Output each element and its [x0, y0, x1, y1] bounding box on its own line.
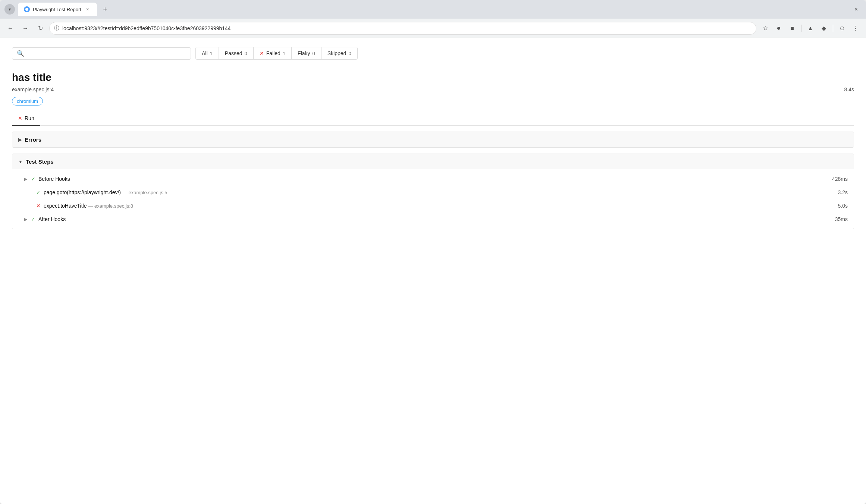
search-input[interactable]: [27, 50, 186, 56]
refresh-button[interactable]: ↻: [34, 22, 46, 34]
back-button[interactable]: ←: [4, 22, 16, 34]
extension2-button[interactable]: ▲: [804, 22, 816, 34]
filter-all-count: 1: [210, 51, 213, 56]
test-file-path: example.spec.js:4: [12, 86, 54, 92]
step-after-hooks-chevron: ▶: [24, 217, 27, 222]
filter-skipped-label: Skipped: [327, 50, 346, 56]
window-close-button[interactable]: ×: [851, 4, 862, 15]
step-expect-title-label: expect.toHaveTitle — example.spec.js:8: [44, 203, 835, 209]
step-after-hooks-status-icon: ✓: [31, 216, 35, 222]
filter-bar: 🔍 All 1 Passed 0 ✕ Failed 1 Flak: [12, 47, 854, 60]
step-expect-title-status-icon: ✕: [36, 203, 41, 209]
step-goto-duration: 3.2s: [838, 189, 848, 195]
filter-passed-label: Passed: [225, 50, 242, 56]
toolbar-divider: [801, 25, 801, 32]
step-after-hooks[interactable]: ▶ ✓ After Hooks 35ms: [12, 212, 854, 226]
browser-tab[interactable]: Playwright Test Report ×: [18, 3, 97, 16]
browser-toolbar: ← → ↻ ⓘ ☆ ● ■ ▲ ◆ ☺ ⋮: [0, 19, 866, 38]
secure-icon: ⓘ: [54, 25, 59, 32]
errors-section-header[interactable]: ▶ Errors: [12, 132, 854, 147]
step-goto-label-text: page.goto(https://playwright.dev/): [44, 189, 121, 195]
step-goto[interactable]: ✓ page.goto(https://playwright.dev/) — e…: [12, 186, 854, 199]
step-expect-title-duration: 5.0s: [838, 203, 848, 209]
extension-puzzle-button[interactable]: ●: [773, 22, 785, 34]
menu-button[interactable]: ⋮: [850, 22, 862, 34]
filter-all-label: All: [202, 50, 208, 56]
search-box[interactable]: 🔍: [12, 47, 191, 60]
tab-title: Playwright Test Report: [33, 7, 81, 12]
filter-failed-icon: ✕: [260, 50, 264, 56]
steps-section-header[interactable]: ▼ Test Steps: [12, 154, 854, 169]
toolbar-divider2: [833, 25, 833, 32]
step-goto-location: — example.spec.js:5: [122, 190, 167, 195]
filter-skipped-count: 0: [348, 51, 351, 56]
svg-point-0: [25, 8, 28, 11]
filter-flaky-label: Flaky: [298, 50, 310, 56]
errors-chevron-icon: ▶: [18, 137, 22, 142]
tab-dropdown-button[interactable]: ▾: [4, 4, 15, 15]
step-before-hooks-chevron: ▶: [24, 177, 27, 182]
bookmark-button[interactable]: ☆: [759, 22, 771, 34]
step-expect-title[interactable]: ✕ expect.toHaveTitle — example.spec.js:8…: [12, 199, 854, 212]
step-before-hooks[interactable]: ▶ ✓ Before Hooks 428ms: [12, 172, 854, 186]
browser-toolbar-icons: ☆ ● ■ ▲ ◆ ☺ ⋮: [759, 22, 862, 34]
filter-all-button[interactable]: All 1: [196, 47, 219, 59]
forward-button[interactable]: →: [19, 22, 31, 34]
test-tabs: ✕ Run: [12, 111, 854, 126]
filter-skipped-button[interactable]: Skipped 0: [321, 47, 357, 59]
filter-flaky-button[interactable]: Flaky 0: [292, 47, 321, 59]
filter-passed-button[interactable]: Passed 0: [219, 47, 254, 59]
step-goto-label: page.goto(https://playwright.dev/) — exa…: [44, 189, 835, 195]
steps-chevron-icon: ▼: [18, 159, 23, 164]
filter-failed-count: 1: [283, 51, 285, 56]
tab-close-button[interactable]: ×: [84, 6, 91, 13]
new-tab-button[interactable]: +: [100, 4, 110, 15]
theme-button[interactable]: ◆: [818, 22, 830, 34]
filter-flaky-count: 0: [313, 51, 315, 56]
step-after-hooks-label: After Hooks: [38, 216, 832, 222]
filter-failed-button[interactable]: ✕ Failed 1: [254, 47, 292, 59]
filter-buttons: All 1 Passed 0 ✕ Failed 1 Flaky 0 Skip: [195, 47, 358, 60]
steps-section-label: Test Steps: [26, 158, 54, 165]
step-goto-status-icon: ✓: [36, 189, 41, 195]
tab-run-label: Run: [25, 115, 34, 121]
profile-button[interactable]: ☺: [836, 22, 848, 34]
test-duration: 8.4s: [844, 86, 854, 92]
page-content: 🔍 All 1 Passed 0 ✕ Failed 1 Flak: [0, 38, 866, 504]
step-expect-title-location: — example.spec.js:8: [88, 203, 133, 209]
step-before-hooks-duration: 428ms: [832, 176, 848, 182]
test-title: has title: [12, 72, 854, 84]
test-file-row: example.spec.js:4 8.4s: [12, 86, 854, 92]
errors-section: ▶ Errors: [12, 132, 854, 148]
url-input[interactable]: [62, 25, 752, 31]
filter-failed-label: Failed: [266, 50, 280, 56]
test-header: has title example.spec.js:4 8.4s chromiu…: [12, 72, 854, 111]
address-bar[interactable]: ⓘ: [49, 22, 756, 35]
errors-section-label: Errors: [25, 136, 41, 143]
filter-passed-count: 0: [245, 51, 247, 56]
steps-content: ▶ ✓ Before Hooks 428ms ✓ page.goto(https…: [12, 169, 854, 229]
tab-run[interactable]: ✕ Run: [12, 111, 40, 126]
step-after-hooks-duration: 35ms: [835, 216, 848, 222]
steps-section: ▼ Test Steps ▶ ✓ Before Hooks 428ms ✓ pa…: [12, 154, 854, 229]
browser-tag: chromium: [12, 97, 43, 105]
step-before-hooks-label: Before Hooks: [38, 176, 829, 182]
browser-titlebar: ▾ Playwright Test Report × + ×: [0, 0, 866, 19]
step-before-hooks-status-icon: ✓: [31, 176, 35, 182]
tab-favicon-icon: [24, 6, 30, 12]
search-icon: 🔍: [17, 50, 24, 57]
tab-run-fail-icon: ✕: [18, 115, 22, 121]
step-expect-title-label-text: expect.toHaveTitle: [44, 203, 87, 209]
extension-button[interactable]: ■: [786, 22, 798, 34]
browser-window: ▾ Playwright Test Report × + × ← → ↻ ⓘ ☆…: [0, 0, 866, 504]
